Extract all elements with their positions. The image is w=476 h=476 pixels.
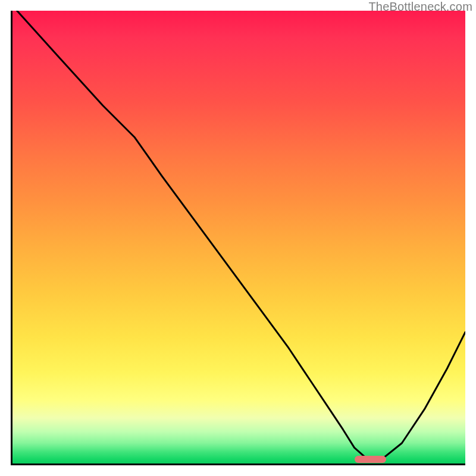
background-gradient — [12, 11, 465, 464]
chart-container: TheBottleneck.com — [0, 0, 476, 476]
watermark-text: TheBottleneck.com — [368, 0, 472, 14]
optimum-marker — [355, 456, 387, 463]
plot-area — [11, 11, 465, 465]
